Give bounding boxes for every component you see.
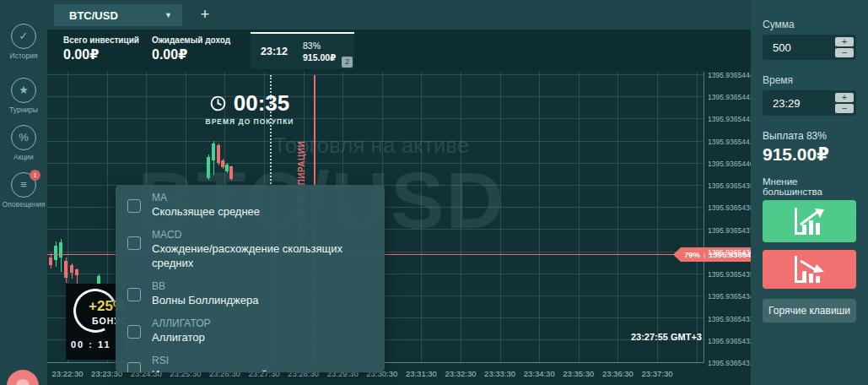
- indicator-texts: BBВолны Боллинджера: [152, 280, 258, 307]
- indicator-item-rsi[interactable]: RSIИндекс относительной силы: [116, 350, 385, 372]
- clock-icon: [210, 95, 226, 111]
- candle-body: [212, 144, 215, 160]
- indicator-texts: MAСкользящее среднее: [152, 192, 260, 219]
- header-bar: BTC/USD ▼ +: [47, 0, 751, 30]
- indicator-code: MA: [152, 192, 260, 204]
- hotkeys-button[interactable]: Горячие клавиши: [763, 299, 856, 323]
- majority-opinion-label: Мнение большинства: [763, 176, 856, 197]
- sidebar-item-history[interactable]: ✓История: [0, 24, 47, 60]
- asset-tab[interactable]: BTC/USD ▼: [54, 4, 182, 26]
- add-asset-button[interactable]: +: [192, 4, 218, 26]
- info-bar: Всего инвестиций 0.00₽ Ожидаемый доход 0…: [47, 30, 751, 72]
- amount-increase-button[interactable]: +: [835, 37, 854, 46]
- tournaments-icon: ★: [11, 78, 36, 103]
- indicator-item-ma[interactable]: MAСкользящее среднее: [116, 187, 385, 224]
- sidebar-item-promotions[interactable]: %Акции: [0, 125, 47, 161]
- chevron-down-icon: ▼: [164, 11, 172, 19]
- indicator-code: BB: [152, 280, 258, 293]
- left-sidebar: ✓История★Турниры%Акции≡1Оповещения: [0, 0, 47, 385]
- expected-income-value: 0.00₽: [152, 46, 230, 62]
- indicator-checkbox[interactable]: [127, 288, 141, 301]
- trade-card-count-badge: 2: [342, 57, 353, 68]
- promotions-icon: %: [11, 125, 36, 150]
- trade-panel: Сумма + − Время + − Выплата 83% 915.00₽ …: [751, 0, 868, 385]
- sidebar-item-label: Турниры: [0, 106, 47, 114]
- amount-decrease-button[interactable]: −: [835, 48, 854, 57]
- payout-value: 915.00₽: [763, 144, 856, 165]
- indicator-name: Волны Боллинджера: [152, 293, 258, 307]
- candle-body: [221, 160, 224, 167]
- total-investment-value: 0.00₽: [63, 46, 139, 62]
- time-decrease-button[interactable]: −: [835, 104, 854, 113]
- sidebar-item-label: История: [0, 52, 47, 60]
- candle-body: [59, 242, 62, 258]
- candle-body: [64, 261, 67, 278]
- indicator-code: АЛЛИГАТОР: [152, 317, 211, 330]
- indicator-texts: MACDСхождение/расхождение скользящих сре…: [152, 229, 375, 270]
- indicator-item-аллигатор[interactable]: АЛЛИГАТОРАллигатор: [116, 312, 385, 350]
- sidebar-item-notifications[interactable]: ≡1Оповещения: [0, 172, 47, 209]
- indicators-menu: MAСкользящее среднееMACDСхождение/расхож…: [116, 185, 385, 372]
- call-up-button[interactable]: [763, 200, 856, 242]
- amount-box: + −: [763, 35, 856, 60]
- payout-label: Выплата 83%: [763, 130, 856, 142]
- candle-body: [229, 166, 233, 179]
- amount-stepper: + −: [835, 37, 854, 57]
- indicator-name: Аллигатор: [152, 330, 211, 344]
- indicator-checkbox[interactable]: [127, 236, 141, 250]
- amount-input[interactable]: [763, 35, 830, 60]
- indicator-checkbox[interactable]: [127, 362, 141, 372]
- sidebar-item-label: Акции: [0, 153, 47, 161]
- purchase-countdown-label: ВРЕМЯ ДО ПОКУПКИ: [186, 117, 313, 126]
- candle-body: [49, 258, 52, 265]
- total-investment-stat: Всего инвестиций 0.00₽: [63, 35, 139, 62]
- expected-income-label: Ожидаемый доход: [152, 35, 230, 45]
- indicator-checkbox[interactable]: [127, 325, 141, 339]
- purchase-countdown: 00:35 ВРЕМЯ ДО ПОКУПКИ: [186, 90, 313, 126]
- amount-label: Сумма: [763, 19, 856, 30]
- candle-body: [207, 157, 210, 178]
- candle-body: [75, 269, 78, 275]
- history-icon: ✓: [11, 24, 36, 49]
- time-box: + −: [763, 90, 856, 116]
- candle-body: [70, 265, 73, 273]
- indicator-name: Схождение/расхождение скользящих средних: [152, 241, 375, 270]
- chart-down-icon: [792, 254, 828, 285]
- notifications-icon: ≡1: [11, 172, 36, 198]
- indicator-texts: RSIИндекс относительной силы: [152, 355, 296, 372]
- candle-body: [54, 246, 57, 260]
- trading-app: ✓История★Турниры%Акции≡1Оповещения BTC/U…: [0, 0, 868, 385]
- put-down-button[interactable]: [763, 250, 856, 289]
- indicator-item-macd[interactable]: MACDСхождение/расхождение скользящих сре…: [116, 224, 385, 275]
- time-stepper: + −: [835, 93, 854, 113]
- indicator-checkbox[interactable]: [127, 199, 141, 213]
- candle-body: [217, 145, 220, 163]
- candle-body: [225, 165, 229, 171]
- time-input[interactable]: [763, 90, 830, 116]
- trade-card-percent: 83%: [303, 40, 336, 52]
- indicator-item-bb[interactable]: BBВолны Боллинджера: [116, 275, 385, 312]
- chart-up-icon: [792, 206, 828, 236]
- purchase-countdown-value: 00:35: [234, 90, 290, 117]
- indicator-code: MACD: [152, 229, 375, 241]
- y-axis-line: [704, 72, 704, 363]
- sidebar-item-tournaments[interactable]: ★Турниры: [0, 78, 47, 114]
- indicator-texts: АЛЛИГАТОРАллигатор: [152, 317, 211, 344]
- open-trade-card[interactable]: 23:12 83% 915.00₽ 2: [251, 32, 354, 69]
- arrow-down-icon: ↓: [703, 250, 707, 259]
- notification-badge: 1: [30, 170, 40, 181]
- expected-income-stat: Ожидаемый доход 0.00₽: [152, 35, 230, 62]
- trade-card-details: 83% 915.00₽: [303, 40, 336, 63]
- total-investment-label: Всего инвестиций: [63, 35, 139, 45]
- server-time: 23:27:55 GMT+3: [584, 332, 702, 342]
- indicator-code: RSI: [152, 355, 296, 367]
- x-axis-label: 23:37:30: [632, 369, 682, 378]
- indicator-name: Скользящее среднее: [152, 204, 260, 219]
- sidebar-item-label: Оповещения: [0, 200, 47, 209]
- asset-tab-label: BTC/USD: [69, 9, 164, 22]
- trade-card-time: 23:12: [261, 46, 288, 57]
- indicator-name: Индекс относительной силы: [152, 367, 296, 372]
- time-label: Время: [763, 74, 856, 86]
- time-increase-button[interactable]: +: [835, 93, 854, 102]
- trade-card-amount: 915.00₽: [303, 52, 336, 63]
